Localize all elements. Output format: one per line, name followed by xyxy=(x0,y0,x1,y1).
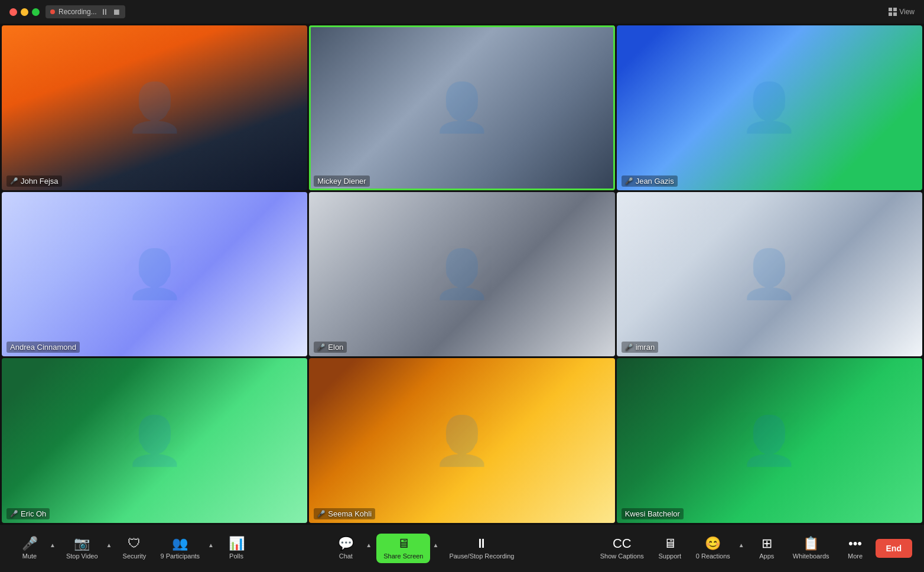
recording-label: Recording... xyxy=(58,8,97,16)
participant-name-mickey: Mickey Diener xyxy=(314,176,369,187)
mic-off-icon-imran: 🎤 xyxy=(625,343,633,351)
video-placeholder-seema: 👤 xyxy=(309,358,614,523)
security-button[interactable]: 🛡 Security xyxy=(116,534,152,563)
mute-chevron-button[interactable]: ▲ xyxy=(47,538,58,552)
pause-recording-icon: ⏸ xyxy=(475,537,488,550)
chat-icon: 💬 xyxy=(338,537,354,550)
video-cell-elon[interactable]: 👤 🎤 Elon xyxy=(309,192,614,357)
pause-stop-recording-button[interactable]: ⏸ Pause/Stop Recording xyxy=(443,534,520,563)
video-cell-john-fejsa[interactable]: 👤 🎤 John Fejsa xyxy=(2,25,307,190)
view-button[interactable]: View xyxy=(889,8,915,16)
share-screen-button[interactable]: 🖥 Share Screen xyxy=(376,534,430,563)
traffic-lights xyxy=(9,8,40,16)
recording-badge: Recording... ⏸ ⏹ xyxy=(45,5,125,18)
chat-group: 💬 Chat ▲ xyxy=(328,534,374,563)
microphone-icon: 🎤 xyxy=(22,537,38,550)
recording-controls: ⏸ ⏹ xyxy=(100,7,121,17)
video-placeholder-andrea: 👤 xyxy=(2,192,307,357)
participants-group: 👥 9 Participants ▲ xyxy=(154,534,216,563)
participant-name-elon: 🎤 Elon xyxy=(314,342,347,353)
whiteboards-label: Whiteboards xyxy=(793,552,829,560)
support-icon: 🖥 xyxy=(663,537,676,550)
top-bar: Recording... ⏸ ⏹ View xyxy=(0,0,924,24)
video-cell-jean-gazis[interactable]: 👤 🎤 Jean Gazis xyxy=(617,25,922,190)
stop-video-label: Stop Video xyxy=(66,552,98,560)
participant-name-john: 🎤 John Fejsa xyxy=(6,176,62,187)
share-screen-chevron-button[interactable]: ▲ xyxy=(430,538,441,552)
pause-recording-button[interactable]: ⏸ xyxy=(100,7,109,17)
reactions-group: 😊 0 Reactions ▲ xyxy=(690,534,747,563)
video-grid: 👤 🎤 John Fejsa 👤 Mickey Diener 👤 🎤 Jean … xyxy=(0,24,924,525)
support-button[interactable]: 🖥 Support xyxy=(652,534,688,563)
mic-off-icon-eric: 🎤 xyxy=(10,510,18,518)
share-screen-icon: 🖥 xyxy=(397,537,410,550)
video-placeholder-imran: 👤 xyxy=(617,192,922,357)
participants-button[interactable]: 👥 9 Participants xyxy=(154,534,206,563)
recording-dot-icon xyxy=(50,9,55,14)
show-captions-button[interactable]: CC Show Captions xyxy=(594,534,650,563)
reactions-chevron-button[interactable]: ▲ xyxy=(736,538,747,552)
apps-icon: ⊞ xyxy=(762,537,772,550)
end-meeting-button[interactable]: End xyxy=(876,539,912,558)
stop-recording-button[interactable]: ⏹ xyxy=(112,7,121,17)
video-cell-eric-oh[interactable]: 👤 🎤 Eric Oh xyxy=(2,358,307,523)
shield-icon: 🛡 xyxy=(128,537,141,550)
security-label: Security xyxy=(123,552,147,560)
whiteboards-icon: 📋 xyxy=(803,537,819,550)
reactions-icon: 😊 xyxy=(705,537,721,550)
close-window-button[interactable] xyxy=(9,8,17,16)
maximize-window-button[interactable] xyxy=(32,8,40,16)
video-placeholder-eric: 👤 xyxy=(2,358,307,523)
grid-view-icon xyxy=(889,8,897,16)
video-cell-andrea-cinnamond[interactable]: 👤 Andrea Cinnamond xyxy=(2,192,307,357)
more-icon: ••• xyxy=(848,537,862,550)
participant-name-andrea: Andrea Cinnamond xyxy=(6,342,80,353)
video-cell-seema-kohli[interactable]: 👤 🎤 Seema Kohli xyxy=(309,358,614,523)
more-label: More xyxy=(848,552,863,560)
toolbar-right-section: CC Show Captions 🖥 Support 😊 0 Reactions… xyxy=(594,534,912,563)
mic-off-icon-elon: 🎤 xyxy=(317,343,326,351)
video-cell-kwesi-batchelor[interactable]: 👤 Kwesi Batchelor xyxy=(617,358,922,523)
chat-button[interactable]: 💬 Chat xyxy=(328,534,363,563)
chat-chevron-button[interactable]: ▲ xyxy=(363,538,374,552)
video-placeholder-elon: 👤 xyxy=(309,192,614,357)
video-cell-mickey-diener[interactable]: 👤 Mickey Diener xyxy=(309,25,614,190)
view-label: View xyxy=(899,8,915,16)
toolbar: 🎤 Mute ▲ 📷 Stop Video ▲ 🛡 Security 👥 9 xyxy=(0,525,924,572)
share-screen-group: 🖥 Share Screen ▲ xyxy=(376,534,441,563)
stop-video-group: 📷 Stop Video ▲ xyxy=(60,534,115,563)
participant-name-kwesi: Kwesi Batchelor xyxy=(622,508,684,519)
pause-recording-label: Pause/Stop Recording xyxy=(449,552,514,560)
camera-icon: 📷 xyxy=(74,537,90,550)
stop-video-chevron-button[interactable]: ▲ xyxy=(104,538,115,552)
stop-video-button[interactable]: 📷 Stop Video xyxy=(60,534,104,563)
participants-label: 9 Participants xyxy=(160,552,200,560)
more-button[interactable]: ••• More xyxy=(838,534,873,563)
polls-icon: 📊 xyxy=(229,537,245,550)
mute-label: Mute xyxy=(22,552,37,560)
toolbar-center-section: 💬 Chat ▲ 🖥 Share Screen ▲ ⏸ Pause/Stop R… xyxy=(328,534,520,563)
participant-name-eric: 🎤 Eric Oh xyxy=(6,508,50,519)
whiteboards-button[interactable]: 📋 Whiteboards xyxy=(787,534,835,563)
polls-button[interactable]: 📊 Polls xyxy=(219,534,254,563)
toolbar-left-section: 🎤 Mute ▲ 📷 Stop Video ▲ 🛡 Security 👥 9 xyxy=(12,534,254,563)
chat-label: Chat xyxy=(339,552,353,560)
top-bar-left: Recording... ⏸ ⏹ xyxy=(9,5,125,18)
captions-icon: CC xyxy=(613,537,632,550)
video-placeholder-kwesi: 👤 xyxy=(617,358,922,523)
participant-name-imran: 🎤 imran xyxy=(622,342,659,353)
mute-group: 🎤 Mute ▲ xyxy=(12,534,58,563)
video-cell-imran[interactable]: 👤 🎤 imran xyxy=(617,192,922,357)
video-placeholder-jean: 👤 xyxy=(617,25,922,190)
minimize-window-button[interactable] xyxy=(21,8,28,16)
mic-off-icon-john: 🎤 xyxy=(10,177,18,185)
reactions-button[interactable]: 😊 0 Reactions xyxy=(690,534,736,563)
mute-button[interactable]: 🎤 Mute xyxy=(12,534,47,563)
apps-button[interactable]: ⊞ Apps xyxy=(749,534,785,563)
participants-chevron-button[interactable]: ▲ xyxy=(206,538,216,552)
participant-name-jean: 🎤 Jean Gazis xyxy=(622,176,678,187)
mic-off-icon-seema: 🎤 xyxy=(317,510,326,518)
polls-label: Polls xyxy=(229,552,243,560)
participant-name-seema: 🎤 Seema Kohli xyxy=(314,508,375,519)
share-screen-label: Share Screen xyxy=(383,552,423,560)
